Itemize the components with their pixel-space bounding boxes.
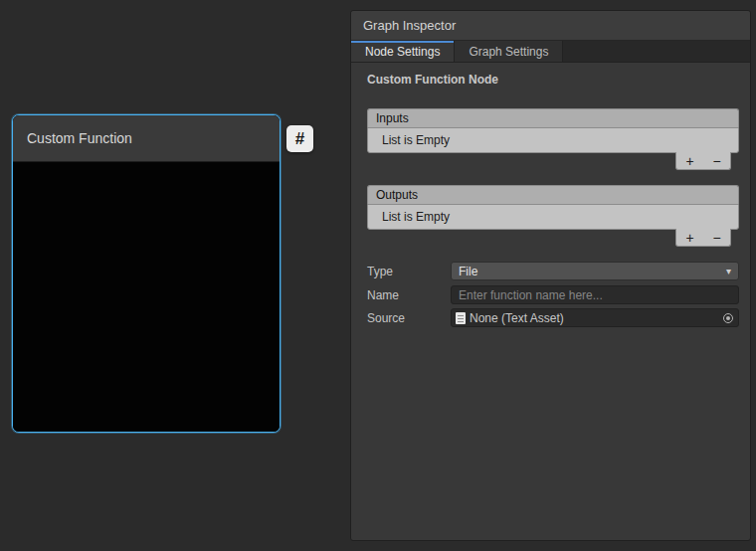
outputs-list-empty-row: List is Empty — [367, 204, 739, 230]
node-preview-body — [13, 162, 280, 433]
node-title: Custom Function — [27, 130, 132, 146]
outputs-list: Outputs List is Empty + − — [367, 185, 739, 230]
outputs-empty-text: List is Empty — [382, 210, 450, 224]
section-heading: Custom Function Node — [367, 73, 498, 87]
node-header[interactable]: Custom Function — [13, 115, 280, 162]
graph-inspector-panel: Graph Inspector Node Settings Graph Sett… — [350, 10, 751, 541]
inputs-list-title: Inputs — [376, 111, 409, 125]
type-field-row: Type File ▾ — [367, 262, 739, 280]
inputs-empty-text: List is Empty — [382, 133, 450, 147]
type-dropdown-value: File — [459, 265, 477, 278]
hash-icon: # — [295, 129, 304, 149]
inspector-header[interactable]: Graph Inspector — [351, 11, 750, 41]
inputs-remove-button[interactable]: − — [703, 152, 730, 169]
tab-node-settings[interactable]: Node Settings — [351, 41, 455, 62]
outputs-remove-button[interactable]: − — [703, 229, 730, 246]
custom-function-node[interactable]: Custom Function — [12, 114, 281, 433]
text-asset-icon — [456, 312, 466, 324]
hash-badge[interactable]: # — [286, 125, 313, 152]
source-object-field[interactable]: None (Text Asset) — [451, 308, 739, 327]
source-field-row: Source None (Text Asset) — [367, 308, 739, 327]
name-field-row: Name — [367, 285, 739, 304]
outputs-list-title: Outputs — [376, 188, 418, 202]
name-label: Name — [367, 288, 451, 302]
source-label: Source — [367, 311, 451, 325]
object-picker-icon[interactable] — [720, 310, 735, 325]
tab-graph-settings[interactable]: Graph Settings — [455, 41, 563, 62]
plus-icon: + — [685, 154, 693, 168]
shader-graph-window: Custom Function # Graph Inspector Node S… — [0, 0, 756, 551]
inputs-list-empty-row: List is Empty — [367, 127, 739, 153]
tab-graph-settings-label: Graph Settings — [469, 45, 548, 59]
tab-node-settings-label: Node Settings — [365, 45, 440, 59]
function-name-input[interactable] — [451, 285, 739, 304]
source-object-value: None (Text Asset) — [470, 311, 564, 325]
inspector-title: Graph Inspector — [363, 18, 456, 33]
inputs-list-header[interactable]: Inputs — [367, 108, 739, 127]
outputs-list-header[interactable]: Outputs — [367, 185, 739, 204]
chevron-down-icon: ▾ — [726, 266, 731, 276]
outputs-add-button[interactable]: + — [676, 229, 703, 246]
type-dropdown[interactable]: File ▾ — [451, 262, 739, 280]
minus-icon: − — [712, 154, 720, 168]
plus-icon: + — [685, 231, 693, 245]
outputs-list-footer: + − — [675, 229, 731, 247]
inputs-list-footer: + − — [675, 152, 731, 170]
inputs-add-button[interactable]: + — [676, 152, 703, 169]
minus-icon: − — [712, 231, 720, 245]
inspector-tabbar: Node Settings Graph Settings — [351, 41, 750, 63]
type-label: Type — [367, 265, 451, 278]
inputs-list: Inputs List is Empty + − — [367, 108, 739, 153]
